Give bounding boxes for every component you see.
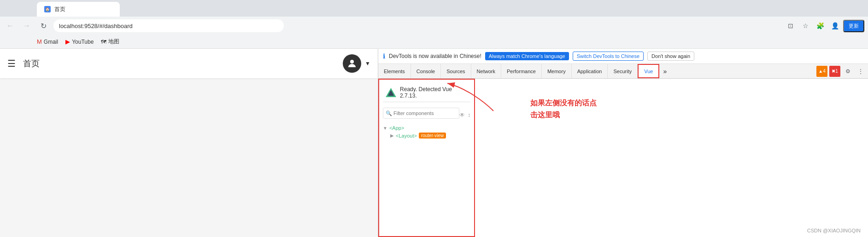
watermark: CSDN @XIAOJINGQIN — [807, 228, 861, 233]
tab-console[interactable]: Console — [411, 64, 441, 78]
devtools-notification: ℹ DevTools is now available in Chinese! … — [378, 49, 868, 64]
bookmark-gmail[interactable]: M Gmail — [37, 38, 58, 45]
annotation-area: 如果左侧没有的话点 击这里哦 CSDN @XIAOJINGQIN — [475, 79, 868, 237]
tree-item-app[interactable]: ▼ <App> — [383, 124, 470, 132]
bookmark-maps[interactable]: 🗺 地图 — [101, 38, 119, 46]
bookmarks-bar: M Gmail ▶ YouTube 🗺 地图 — [0, 35, 868, 49]
youtube-label: YouTube — [72, 39, 94, 45]
more-tabs-button[interactable]: » — [659, 68, 670, 75]
avatar-area: ▼ — [343, 54, 370, 73]
page-title: 首页 — [23, 58, 40, 69]
devtools-tabs: Elements Console Sources Network Perform… — [378, 64, 868, 79]
devtools-panel: ℹ DevTools is now available in Chinese! … — [378, 49, 868, 237]
switch-chinese-button[interactable]: Switch DevTools to Chinese — [573, 52, 644, 61]
address-input[interactable] — [53, 19, 284, 32]
info-icon: ℹ — [383, 52, 385, 60]
arrow-annotation-svg — [429, 79, 503, 116]
tab-performance[interactable]: Performance — [501, 64, 542, 78]
back-button[interactable]: ← — [4, 19, 17, 32]
dont-show-button[interactable]: Don't show again — [647, 52, 694, 61]
notification-text: DevTools is now available in Chinese! — [389, 53, 481, 59]
tab-title: 首页 — [54, 6, 65, 13]
tab-vue[interactable]: Vue — [638, 64, 659, 78]
cast-icon[interactable]: ⊡ — [784, 19, 797, 32]
maps-icon: 🗺 — [101, 39, 106, 45]
tab-application[interactable]: Application — [572, 64, 608, 78]
browser-chrome: 🏠 首页 ← → ↻ ⊡ ☆ 🧩 👤 更新 M Gmail ▶ YouTube … — [0, 0, 868, 49]
tab-elements[interactable]: Elements — [378, 64, 411, 78]
error-count[interactable]: ✖1 — [829, 66, 840, 77]
annotation-line1: 如果左侧没有的话点 — [530, 99, 597, 107]
app-component-label: <App> — [389, 125, 404, 131]
match-language-button[interactable]: Always match Chrome's language — [485, 52, 569, 60]
devtools-body: Ready. Detected Vue 2.7.13. 🔍 👁 ↕ — [378, 79, 868, 237]
app-expand-icon[interactable]: ▼ — [383, 126, 387, 131]
main-area: ☰ 首页 ▼ ℹ DevTools is now available in Ch… — [0, 49, 868, 237]
filter-search-icon: 🔍 — [386, 110, 392, 116]
maps-label: 地图 — [108, 38, 119, 46]
tab-sources[interactable]: Sources — [441, 64, 471, 78]
avatar-expand-icon[interactable]: ▼ — [365, 60, 370, 67]
hamburger-menu[interactable]: ☰ — [7, 58, 16, 69]
svg-point-0 — [350, 60, 354, 64]
settings-icon[interactable]: ⚙ — [842, 66, 853, 77]
tree-subtree: ▶ <Layout> router-view — [383, 132, 470, 139]
tab-favicon: 🏠 — [44, 6, 51, 12]
devtools-right-icons: ▲4 ✖1 ⚙ ⋮ — [816, 66, 868, 77]
router-view-badge: router-view — [419, 133, 446, 139]
bookmark-youtube[interactable]: ▶ YouTube — [65, 38, 94, 45]
tab-bar: 🏠 首页 — [0, 0, 868, 17]
extensions-icon[interactable]: 🧩 — [814, 19, 827, 32]
vue-logo-icon — [386, 88, 396, 97]
warning-count[interactable]: ▲4 — [816, 66, 827, 77]
annotation-line2: 击这里哦 — [530, 111, 560, 119]
layout-component-label: <Layout> — [396, 133, 417, 139]
forward-button[interactable]: → — [20, 19, 33, 32]
page-header: ☰ 首页 ▼ — [0, 49, 378, 78]
address-bar: ← → ↻ ⊡ ☆ 🧩 👤 更新 — [0, 17, 868, 35]
tab-memory[interactable]: Memory — [542, 64, 572, 78]
layout-expand-icon[interactable]: ▶ — [390, 133, 394, 138]
tree-item-layout[interactable]: ▶ <Layout> router-view — [390, 132, 470, 139]
profile-icon[interactable]: 👤 — [828, 19, 841, 32]
gmail-icon: M — [37, 38, 42, 45]
youtube-icon: ▶ — [65, 38, 70, 45]
bookmark-icon[interactable]: ☆ — [799, 19, 812, 32]
avatar[interactable] — [343, 54, 361, 73]
reload-button[interactable]: ↻ — [37, 19, 50, 32]
component-tree: ▼ <App> ▶ <Layout> router-view — [383, 124, 470, 139]
tab-security[interactable]: Security — [608, 64, 638, 78]
address-right-icons: ⊡ ☆ 🧩 👤 更新 — [784, 19, 864, 32]
annotation-text: 如果左侧没有的话点 击这里哦 — [530, 97, 597, 121]
page-content: ☰ 首页 ▼ — [0, 49, 378, 237]
more-options-icon[interactable]: ⋮ — [855, 66, 866, 77]
update-button[interactable]: 更新 — [843, 20, 864, 32]
gmail-label: Gmail — [44, 39, 58, 45]
active-tab[interactable]: 🏠 首页 — [37, 2, 120, 17]
tab-network[interactable]: Network — [471, 64, 501, 78]
